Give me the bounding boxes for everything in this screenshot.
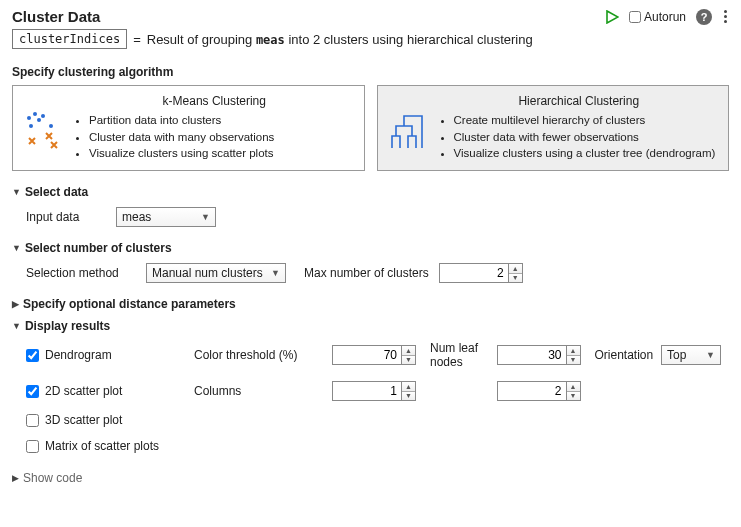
color-threshold-stepper[interactable]: ▲▼ (332, 345, 416, 365)
step-up-icon[interactable]: ▲ (509, 264, 522, 274)
dendrogram-icon (386, 108, 428, 150)
hier-bullet: Visualize clusters using a cluster tree … (454, 145, 721, 162)
chevron-down-icon: ▼ (271, 268, 280, 278)
autorun-label: Autorun (644, 10, 686, 24)
dendrogram-label: Dendrogram (45, 348, 112, 362)
matrix-toggle[interactable]: Matrix of scatter plots (26, 439, 186, 453)
svg-marker-0 (607, 11, 618, 23)
leaf-nodes-stepper[interactable]: ▲▼ (497, 345, 581, 365)
leaf-nodes-input[interactable] (497, 345, 567, 365)
input-data-label: Input data (26, 210, 106, 224)
scatter2d-checkbox[interactable] (26, 385, 39, 398)
more-menu-icon[interactable] (722, 8, 729, 25)
dendrogram-checkbox[interactable] (26, 349, 39, 362)
step-up-icon[interactable]: ▲ (402, 346, 415, 356)
display-results-label: Display results (25, 319, 110, 333)
hier-title: Hierarchical Clustering (438, 94, 721, 108)
result-suffix: into 2 clusters using hierarchical clust… (288, 32, 532, 47)
autorun-checkbox[interactable] (629, 11, 641, 23)
color-threshold-label: Color threshold (%) (194, 348, 324, 362)
output-variable[interactable]: clusterIndices (12, 29, 127, 49)
select-data-label: Select data (25, 185, 88, 199)
scatter2d-label: 2D scatter plot (45, 384, 122, 398)
distance-params-label: Specify optional distance parameters (23, 297, 236, 311)
svg-point-1 (27, 116, 31, 120)
equals-sign: = (133, 32, 141, 47)
step-down-icon[interactable]: ▼ (402, 392, 415, 401)
chevron-right-icon: ▶ (12, 473, 19, 483)
max-clusters-stepper[interactable]: ▲▼ (439, 263, 523, 283)
matrix-label: Matrix of scatter plots (45, 439, 159, 453)
select-data-header[interactable]: ▼ Select data (12, 185, 729, 199)
matrix-checkbox[interactable] (26, 440, 39, 453)
svg-point-5 (41, 114, 45, 118)
num-clusters-header[interactable]: ▼ Select number of clusters (12, 241, 729, 255)
columns-label: Columns (194, 384, 324, 398)
scatter3d-toggle[interactable]: 3D scatter plot (26, 413, 186, 427)
step-down-icon[interactable]: ▼ (567, 392, 580, 401)
kmeans-card[interactable]: k-Means Clustering Partition data into c… (12, 85, 365, 171)
chevron-down-icon: ▼ (12, 243, 21, 253)
algo-section-title: Specify clustering algorithm (12, 65, 729, 79)
num-clusters-label: Select number of clusters (25, 241, 172, 255)
kmeans-bullet: Visualize clusters using scatter plots (89, 145, 356, 162)
step-up-icon[interactable]: ▲ (402, 382, 415, 392)
hier-bullet: Cluster data with fewer observations (454, 129, 721, 146)
chevron-down-icon: ▼ (706, 350, 715, 360)
orientation-value: Top (667, 348, 686, 362)
chevron-down-icon: ▼ (12, 187, 21, 197)
input-data-select[interactable]: meas ▼ (116, 207, 216, 227)
svg-point-3 (37, 118, 41, 122)
chevron-down-icon: ▼ (12, 321, 21, 331)
result-dataname: meas (256, 33, 285, 47)
show-code-label: Show code (23, 471, 82, 485)
kmeans-bullet: Partition data into clusters (89, 112, 356, 129)
autorun-toggle[interactable]: Autorun (629, 10, 686, 24)
scatter3d-label: 3D scatter plot (45, 413, 122, 427)
hier-bullet: Create multilevel hierarchy of clusters (454, 112, 721, 129)
step-up-icon[interactable]: ▲ (567, 382, 580, 392)
svg-point-2 (33, 112, 37, 116)
scatter-icon (21, 108, 63, 150)
color-threshold-input[interactable] (332, 345, 402, 365)
step-down-icon[interactable]: ▼ (509, 274, 522, 283)
orientation-label: Orientation (595, 348, 654, 362)
show-code-toggle[interactable]: ▶ Show code (12, 471, 729, 485)
run-icon[interactable] (605, 10, 619, 24)
display-results-header[interactable]: ▼ Display results (12, 319, 729, 333)
column2-stepper[interactable]: ▲▼ (497, 381, 581, 401)
hierarchical-card[interactable]: Hierarchical Clustering Create multileve… (377, 85, 730, 171)
kmeans-bullet: Cluster data with many observations (89, 129, 356, 146)
orientation-select[interactable]: Top ▼ (661, 345, 721, 365)
input-data-value: meas (122, 210, 151, 224)
page-title: Cluster Data (12, 8, 100, 25)
leaf-nodes-label: Num leaf nodes (430, 341, 489, 369)
selection-method-select[interactable]: Manual num clusters ▼ (146, 263, 286, 283)
column1-stepper[interactable]: ▲▼ (332, 381, 416, 401)
selection-method-label: Selection method (26, 266, 136, 280)
max-clusters-label: Max number of clusters (304, 266, 429, 280)
svg-point-4 (29, 124, 33, 128)
distance-params-header[interactable]: ▶ Specify optional distance parameters (12, 297, 729, 311)
dendrogram-toggle[interactable]: Dendrogram (26, 348, 186, 362)
result-summary: clusterIndices = Result of grouping meas… (12, 29, 729, 49)
max-clusters-input[interactable] (439, 263, 509, 283)
selection-method-value: Manual num clusters (152, 266, 263, 280)
result-text: Result of grouping meas into 2 clusters … (147, 32, 533, 47)
step-down-icon[interactable]: ▼ (567, 356, 580, 365)
help-icon[interactable]: ? (696, 9, 712, 25)
step-up-icon[interactable]: ▲ (567, 346, 580, 356)
chevron-right-icon: ▶ (12, 299, 19, 309)
scatter2d-toggle[interactable]: 2D scatter plot (26, 384, 186, 398)
chevron-down-icon: ▼ (201, 212, 210, 222)
svg-point-6 (49, 124, 53, 128)
kmeans-title: k-Means Clustering (73, 94, 356, 108)
result-prefix: Result of grouping (147, 32, 253, 47)
step-down-icon[interactable]: ▼ (402, 356, 415, 365)
column1-input[interactable] (332, 381, 402, 401)
column2-input[interactable] (497, 381, 567, 401)
scatter3d-checkbox[interactable] (26, 414, 39, 427)
